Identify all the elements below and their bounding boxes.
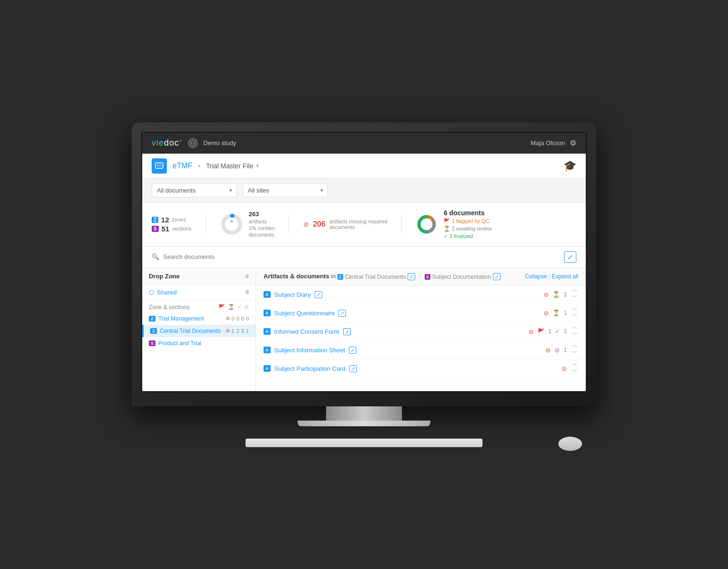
circle-icon-q: ⊘ xyxy=(544,310,549,317)
check-count-consent: 3 xyxy=(564,328,567,335)
artifact-left-consent: A Informed Consent Form ⤢ xyxy=(264,328,528,335)
header-in: in xyxy=(331,273,337,280)
doc-review: ⏳ 2 awaiting review xyxy=(444,226,491,232)
artifact-row-participation[interactable]: A Subject Participation Card ⤢ ⊘ xyxy=(256,359,586,378)
path-label-1: Central Trial Documents xyxy=(345,274,406,280)
sidebar-header: Drop Zone # xyxy=(142,268,255,285)
search-input[interactable] xyxy=(163,253,564,260)
sidebar-item-central-trial-docs[interactable]: Z Central Trial Documents ⊘ 1 2 3 1 xyxy=(142,325,255,337)
mouse xyxy=(558,437,582,451)
top-navigation: viedoc® Demo study Maja Olsson ⚙ xyxy=(142,133,586,154)
svg-rect-3 xyxy=(155,163,163,168)
artifact-right-part: ⊘ xyxy=(562,365,567,372)
missing-label2: documents xyxy=(329,224,387,230)
sidebar: Drop Zone # ⬡ Shared 8 Zone & sections xyxy=(142,268,256,391)
artifacts-contain2: documents xyxy=(249,232,274,238)
missing-label: artifacts missing required xyxy=(329,219,387,224)
sidebar-title: Drop Zone xyxy=(149,273,180,280)
zone-stats-central: ⊘ 1 2 3 1 xyxy=(226,328,249,334)
ban-icon-mgmt: ⊘ xyxy=(226,315,230,321)
sections-num: 51 xyxy=(162,225,170,233)
divider-1 xyxy=(206,215,206,234)
hourglass-icon: ⏳ xyxy=(228,304,235,310)
ext-link-icon-1[interactable]: ⤢ xyxy=(408,273,415,280)
drag-handle-info[interactable] xyxy=(571,345,578,355)
zone-badge-s: S xyxy=(152,226,159,232)
artifact-name-diary: Subject Diary xyxy=(274,291,311,298)
artifacts-label: Artifacts & documents in Z Central Trial… xyxy=(264,273,500,281)
drag-handle-consent[interactable] xyxy=(571,327,578,336)
shared-label: ⬡ Shared xyxy=(149,289,177,296)
artifact-link-q[interactable]: ⤢ xyxy=(338,310,346,317)
artifact-badge-q: A xyxy=(264,310,271,316)
zone-sections-label: Zone & sections xyxy=(149,304,190,311)
hourglass-icon-q: ⏳ xyxy=(553,310,560,316)
zone-sections-header: Zone & sections 🚩 ⏳ ✓ ⊘ xyxy=(142,300,255,312)
hat-icon: 🎓 xyxy=(564,160,576,172)
shared-count: 8 xyxy=(246,289,249,295)
circle-icon-consent: ⊘ xyxy=(528,328,534,335)
top-nav-right: Maja Olsson ⚙ xyxy=(531,138,576,147)
breadcrumb-trial-master-file[interactable]: Trial Master File ▼ xyxy=(206,162,260,170)
breadcrumb-label: Trial Master File xyxy=(206,162,254,170)
artifacts-perc: 1% contain xyxy=(249,225,274,231)
collapse-button[interactable]: Collapse xyxy=(525,273,547,280)
zones-num: 12 xyxy=(161,216,169,224)
zone-stats-trial-mgmt: ⊘ 0 0 0 0 xyxy=(226,315,249,321)
check-icon: ✓ xyxy=(237,304,242,310)
monitor-stand-top xyxy=(326,406,402,421)
artifact-link-diary[interactable]: ⤢ xyxy=(315,291,322,298)
svg-point-5 xyxy=(223,216,240,233)
flag-count-consent: 1 xyxy=(548,328,552,335)
viedoc-logo: viedoc® xyxy=(152,138,182,148)
zones-stat-block: Z 12 zones S 51 sections xyxy=(152,216,191,233)
artifact-row-questionnaire[interactable]: A Subject Questionnaire ⤢ ⊘ ⏳ 1 xyxy=(256,304,586,322)
zone-name-product: Product and Trial xyxy=(158,340,201,347)
ban-count-info: 1 xyxy=(564,347,567,353)
artifacts-num: 263 xyxy=(249,211,274,218)
artifact-left-info: A Subject Information Sheet ⤢ xyxy=(264,347,546,354)
globe-icon[interactable] xyxy=(188,138,198,148)
keyboard xyxy=(246,439,482,447)
expand-icon[interactable]: ⤢ xyxy=(564,251,576,263)
circle-icon-part: ⊘ xyxy=(562,365,567,372)
ban-icon-central: ⊘ xyxy=(226,328,230,334)
ext-link-icon-2[interactable]: ⤢ xyxy=(493,273,500,280)
divider-2 xyxy=(289,215,289,234)
ban-icon-info: ⊘ xyxy=(555,347,560,354)
circle-icon-info: ⊘ xyxy=(546,347,551,354)
artifact-row-consent[interactable]: A Informed Consent Form ⤢ ⊘ 🚩 1 ✓ 3 xyxy=(256,322,586,341)
artifact-link-consent[interactable]: ⤢ xyxy=(343,328,351,335)
artifact-row-subject-diary[interactable]: A Subject Diary ⤢ ⊘ ⏳ 1 xyxy=(256,285,586,304)
sidebar-item-trial-management[interactable]: Z Trial Management ⊘ 0 0 0 0 xyxy=(142,312,255,325)
missing-block: ⊘ 206 artifacts missing required documen… xyxy=(303,219,387,230)
artifact-link-info[interactable]: ⤢ xyxy=(349,347,356,354)
divider-3 xyxy=(401,215,402,234)
sidebar-item-product-trial[interactable]: S Product and Trial xyxy=(142,337,255,349)
docs-donut-chart xyxy=(416,214,437,235)
sites-filter-wrapper: All sites ▼ xyxy=(243,184,328,197)
documents-filter[interactable]: All documents xyxy=(152,184,237,197)
filters-row: All documents ▼ All sites ▼ xyxy=(142,179,586,202)
zone-item-left-product: S Product and Trial xyxy=(149,340,201,347)
artifact-left: A Subject Diary ⤢ xyxy=(264,291,544,298)
drag-handle-part[interactable] xyxy=(571,364,578,373)
artifacts-donut-chart: A xyxy=(220,213,243,236)
search-input-wrapper: 🔍 xyxy=(152,253,564,260)
artifact-link-part[interactable]: ⤢ xyxy=(349,365,357,372)
gear-icon[interactable]: ⚙ xyxy=(570,138,576,147)
expand-button[interactable]: Expand xyxy=(552,273,571,280)
expand-all-label[interactable]: all xyxy=(573,273,578,280)
sites-filter[interactable]: All sites xyxy=(243,184,328,197)
breadcrumb-separator: • xyxy=(198,162,200,170)
zones-label: zones xyxy=(172,217,186,222)
drag-handle-diary[interactable] xyxy=(571,290,578,299)
user-name: Maja Olsson xyxy=(531,139,565,147)
drag-handle-q[interactable] xyxy=(571,308,578,318)
artifact-name-part: Subject Participation Card xyxy=(274,365,346,372)
path-badge-s: S xyxy=(425,274,430,280)
ban-icon: ⊘ xyxy=(245,304,249,310)
sidebar-shared[interactable]: ⬡ Shared 8 xyxy=(142,285,255,300)
artifact-row-info-sheet[interactable]: A Subject Information Sheet ⤢ ⊘ ⊘ 1 xyxy=(256,341,586,359)
docs-info: 6 documents 🚩 1 flagged by QC ⏳ 2 awaiti… xyxy=(444,209,491,239)
